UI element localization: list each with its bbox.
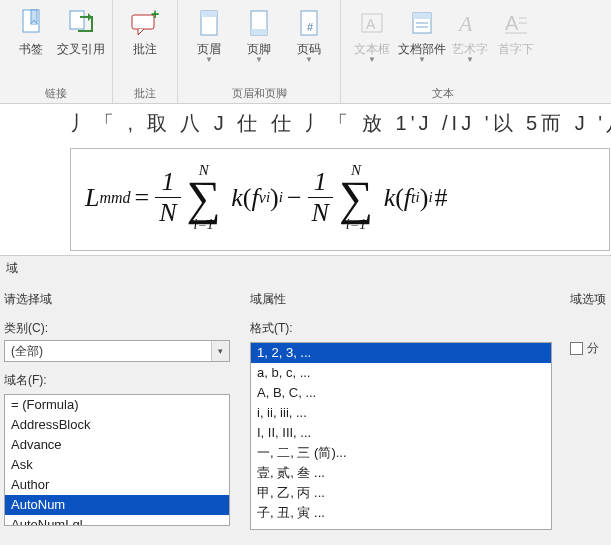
- dialog-title: 域: [0, 256, 611, 287]
- list-item[interactable]: = (Formula): [5, 395, 229, 415]
- list-item[interactable]: 甲, 乙, 丙 ...: [251, 483, 551, 503]
- wordart-icon: A: [457, 6, 483, 40]
- cross-reference-label: 交叉引用: [57, 42, 105, 56]
- ribbon-group-links: 书签 交叉引用 链接: [0, 0, 113, 103]
- ribbon: 书签 交叉引用 链接 + 批注 批注: [0, 0, 611, 104]
- select-field-head: 请选择域: [4, 291, 230, 308]
- format-label: 格式(T):: [250, 320, 552, 337]
- list-item[interactable]: A, B, C, ...: [251, 383, 551, 403]
- textbox-icon: A: [360, 6, 384, 40]
- footer-button[interactable]: 页脚 ▼: [234, 2, 284, 85]
- dialog-left-column: 请选择域 类别(C): (全部) ▾ 域名(F): = (Formula)Add…: [4, 287, 230, 530]
- list-item[interactable]: Advance: [5, 435, 229, 455]
- fieldname-label: 域名(F):: [4, 372, 230, 389]
- list-item[interactable]: 1, 2, 3, ...: [251, 343, 551, 363]
- eq-sum-1: N ∑ i=1: [187, 163, 221, 232]
- svg-rect-2: [70, 11, 84, 29]
- ribbon-group-title-comments: 批注: [119, 85, 171, 103]
- list-item[interactable]: 子, 丑, 寅 ...: [251, 503, 551, 523]
- ribbon-group-title-text: 文本: [347, 85, 539, 103]
- dialog-mid-column: 域属性 格式(T): 1, 2, 3, ...a, b, c, ...A, B,…: [250, 287, 552, 530]
- document-area: 丿「 , 取 八 J 仕 仕 丿「 放 1'J /IJ '以 5而 J '八 心…: [0, 104, 611, 251]
- quickparts-icon: [410, 6, 434, 40]
- textbox-button[interactable]: A 文本框 ▼: [347, 2, 397, 85]
- list-item[interactable]: Ask: [5, 455, 229, 475]
- ribbon-group-text: A 文本框 ▼ 文档部件 ▼ A 艺术字 ▼ A: [341, 0, 545, 103]
- field-options-head: 域选项: [570, 291, 607, 308]
- eq-minus: −: [283, 183, 306, 213]
- category-combobox[interactable]: (全部) ▾: [4, 340, 230, 362]
- textbox-label: 文本框: [354, 42, 390, 56]
- list-item[interactable]: i, ii, iii, ...: [251, 403, 551, 423]
- eq-frac-1: 1 N: [155, 169, 180, 226]
- ribbon-group-title-headerfooter: 页眉和页脚: [184, 85, 334, 103]
- header-button[interactable]: 页眉 ▼: [184, 2, 234, 85]
- bookmark-label: 书签: [19, 42, 43, 56]
- svg-text:A: A: [366, 16, 376, 32]
- dropcap-icon: A: [503, 6, 529, 40]
- chevron-down-icon[interactable]: ▾: [211, 341, 229, 361]
- ribbon-group-title-links: 链接: [6, 85, 106, 103]
- footer-icon: [248, 6, 270, 40]
- document-text-line: 丿「 , 取 八 J 仕 仕 丿「 放 1'J /IJ '以 5而 J '八 心…: [70, 110, 611, 134]
- checkbox-icon[interactable]: [570, 342, 583, 355]
- wordart-label: 艺术字: [452, 42, 488, 56]
- category-value: (全部): [5, 343, 211, 360]
- category-label: 类别(C):: [4, 320, 230, 337]
- page-number-button[interactable]: # 页码 ▼: [284, 2, 334, 85]
- dialog-right-column: 域选项 分: [570, 287, 607, 530]
- list-item[interactable]: AutoNumLgl: [5, 515, 229, 526]
- eq-lhs-sub: mmd: [99, 189, 130, 207]
- eq-sum-2: N ∑ i=1: [339, 163, 373, 232]
- eq-lhs-var: L: [85, 183, 99, 213]
- option-checkbox-label: 分: [587, 340, 599, 357]
- bookmark-button[interactable]: 书签: [6, 2, 56, 85]
- chevron-down-icon: ▼: [368, 56, 376, 64]
- list-item[interactable]: I, II, III, ...: [251, 423, 551, 443]
- field-names-listbox[interactable]: = (Formula)AddressBlockAdvanceAskAuthorA…: [4, 394, 230, 526]
- chevron-down-icon: ▼: [466, 56, 474, 64]
- header-icon: [198, 6, 220, 40]
- option-checkbox-row[interactable]: 分: [570, 340, 607, 357]
- footer-label: 页脚: [247, 42, 271, 56]
- quickparts-button[interactable]: 文档部件 ▼: [397, 2, 447, 85]
- cross-reference-icon: [68, 6, 94, 40]
- cross-reference-button[interactable]: 交叉引用: [56, 2, 106, 85]
- ribbon-group-headerfooter: 页眉 ▼ 页脚 ▼ # 页码 ▼ 页眉和页脚: [178, 0, 341, 103]
- svg-rect-6: [201, 11, 217, 17]
- chevron-down-icon: ▼: [418, 56, 426, 64]
- list-item[interactable]: 壹, 贰, 叁 ...: [251, 463, 551, 483]
- chevron-down-icon: ▼: [205, 56, 213, 64]
- comment-label: 批注: [133, 42, 157, 56]
- svg-rect-8: [251, 29, 267, 35]
- header-label: 页眉: [197, 42, 221, 56]
- field-dialog: 域 请选择域 类别(C): (全部) ▾ 域名(F): = (Formula)A…: [0, 255, 611, 545]
- page-number-label: 页码: [297, 42, 321, 56]
- dropcap-button[interactable]: A 首字下: [493, 2, 539, 85]
- list-item[interactable]: a, b, c, ...: [251, 363, 551, 383]
- chevron-down-icon: ▼: [255, 56, 263, 64]
- comment-button[interactable]: + 批注: [119, 2, 171, 85]
- list-item[interactable]: AutoNum: [5, 495, 229, 515]
- list-item[interactable]: AddressBlock: [5, 415, 229, 435]
- format-listbox[interactable]: 1, 2, 3, ...a, b, c, ...A, B, C, ...i, i…: [250, 342, 552, 530]
- quickparts-label: 文档部件: [398, 42, 446, 56]
- svg-text:A: A: [505, 12, 519, 34]
- comment-icon: +: [130, 6, 160, 40]
- svg-text:A: A: [457, 11, 473, 36]
- svg-rect-14: [413, 13, 431, 19]
- wordart-button[interactable]: A 艺术字 ▼: [447, 2, 493, 85]
- eq-frac-2: 1 N: [308, 169, 333, 226]
- page-number-icon: #: [298, 6, 320, 40]
- list-item[interactable]: Author: [5, 475, 229, 495]
- svg-text:#: #: [307, 21, 314, 33]
- chevron-down-icon: ▼: [305, 56, 313, 64]
- bookmark-icon: [20, 6, 42, 40]
- list-item[interactable]: 一, 二, 三 (简)...: [251, 443, 551, 463]
- svg-text:+: +: [151, 9, 159, 22]
- ribbon-group-comments: + 批注 批注: [113, 0, 178, 103]
- field-props-head: 域属性: [250, 291, 552, 308]
- dropcap-label: 首字下: [498, 42, 534, 56]
- equation-object[interactable]: Lmmd = 1 N N ∑ i=1 k(fvi)i − 1 N N ∑ i=1…: [70, 148, 610, 251]
- eq-equals: =: [131, 183, 154, 213]
